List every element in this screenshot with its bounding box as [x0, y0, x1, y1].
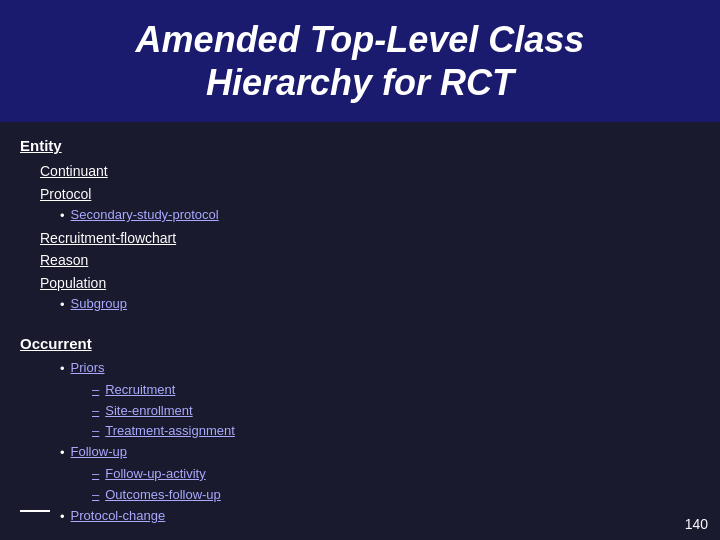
population-label: Population: [40, 272, 700, 294]
population-text: Population: [40, 275, 106, 291]
bullet-icon: •: [60, 443, 65, 464]
title-line1: Amended Top-Level Class: [136, 19, 585, 60]
bullet-icon: •: [60, 206, 65, 227]
bottom-line: [20, 510, 50, 512]
dash-icon: –: [92, 421, 99, 442]
site-enrollment-item: – Site-enrollment: [92, 401, 700, 422]
recruitment-item: – Recruitment: [92, 380, 700, 401]
priors-label: Priors: [71, 358, 105, 379]
recruitment-label: Recruitment: [105, 380, 175, 401]
reason-text: Reason: [40, 252, 88, 268]
continuant-label: Continuant: [40, 160, 700, 182]
secondary-study-protocol-label: Secondary-study-protocol: [71, 205, 219, 226]
protocol-change-item: • Protocol-change: [60, 506, 700, 528]
priors-item: • Priors: [60, 358, 700, 380]
dash-icon: –: [92, 485, 99, 506]
entity-label: Entity: [20, 134, 700, 158]
bullet-icon: •: [60, 507, 65, 528]
title-text: Amended Top-Level Class Hierarchy for RC…: [10, 18, 710, 104]
secondary-study-protocol-item: • Secondary-study-protocol: [60, 205, 700, 227]
treatment-assignment-item: – Treatment-assignment: [92, 421, 700, 442]
title-bar: Amended Top-Level Class Hierarchy for RC…: [0, 0, 720, 122]
bullet-icon: •: [60, 359, 65, 380]
reason-label: Reason: [40, 249, 700, 271]
dash-icon: –: [92, 380, 99, 401]
subgroup-item: • Subgroup: [60, 294, 700, 316]
followup-label: Follow-up: [71, 442, 127, 463]
continuant-text: Continuant: [40, 163, 108, 179]
followup-activity-item: – Follow-up-activity: [92, 464, 700, 485]
protocol-change-label: Protocol-change: [71, 506, 166, 527]
outcomes-followup-label: Outcomes-follow-up: [105, 485, 221, 506]
treatment-assignment-label: Treatment-assignment: [105, 421, 235, 442]
followup-activity-label: Follow-up-activity: [105, 464, 205, 485]
content-area: Entity Continuant Protocol • Secondary-s…: [0, 122, 720, 537]
dash-icon: –: [92, 464, 99, 485]
page-number: 140: [685, 516, 708, 532]
subgroup-label: Subgroup: [71, 294, 127, 315]
recruitment-flowchart-label: Recruitment-flowchart: [40, 227, 700, 249]
dash-icon: –: [92, 401, 99, 422]
bullet-icon: •: [60, 295, 65, 316]
protocol-label: Protocol: [40, 183, 700, 205]
followup-item: • Follow-up: [60, 442, 700, 464]
outcomes-followup-item: – Outcomes-follow-up: [92, 485, 700, 506]
site-enrollment-label: Site-enrollment: [105, 401, 192, 422]
occurrent-label: Occurrent: [20, 332, 700, 356]
protocol-text: Protocol: [40, 186, 91, 202]
recruitment-flowchart-text: Recruitment-flowchart: [40, 230, 176, 246]
title-line2: Hierarchy for RCT: [206, 62, 514, 103]
